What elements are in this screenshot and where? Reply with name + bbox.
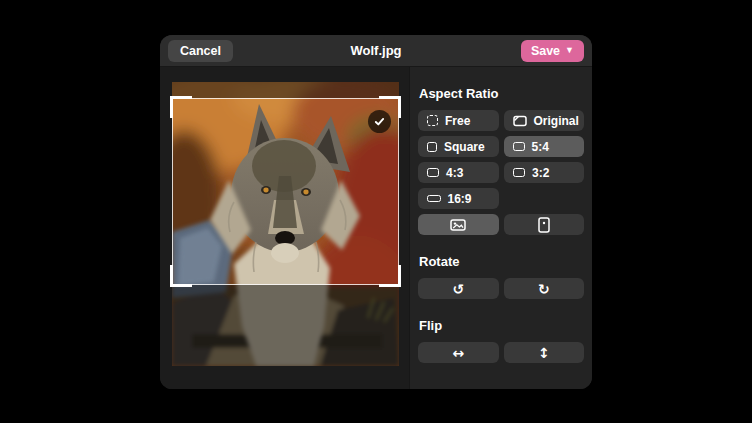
wolf-photo [172, 82, 399, 366]
crop-dim-top [172, 82, 399, 98]
aspect-ratio-section-label: Aspect Ratio [419, 86, 583, 101]
image-editor-window: Cancel Wolf.jpg Save ▼ [160, 35, 592, 389]
ratio-4-3-icon [427, 168, 439, 177]
rotate-section-label: Rotate [419, 254, 583, 269]
window-title: Wolf.jpg [350, 43, 401, 58]
aspect-4-3-button[interactable]: 4:3 [418, 162, 499, 183]
flip-section-label: Flip [419, 318, 583, 333]
rotate-buttons: ↺ ↻ [418, 278, 584, 299]
ratio-5-4-icon [513, 142, 525, 152]
aspect-4-3-label: 4:3 [446, 166, 463, 180]
crop-handle-top-left[interactable] [170, 96, 192, 118]
editor-content: Aspect Ratio Free Original Square [160, 67, 592, 389]
aspect-3-2-button[interactable]: 3:2 [504, 162, 585, 183]
crop-handle-bottom-left[interactable] [170, 265, 192, 287]
aspect-16-9-label: 16:9 [448, 192, 472, 206]
flip-buttons: ↔ ↕ [418, 342, 584, 363]
portrait-orientation-icon [538, 217, 550, 233]
ratio-3-2-icon [513, 168, 526, 177]
ratio-16-9-icon [427, 195, 441, 203]
aspect-16-9-button[interactable]: 16:9 [418, 188, 499, 209]
original-ratio-icon [513, 115, 527, 127]
flip-vertical-icon: ↕ [538, 346, 550, 360]
aspect-square-label: Square [444, 140, 485, 154]
orientation-portrait-button[interactable] [504, 214, 585, 235]
orientation-toggle [418, 214, 584, 235]
crop-canvas [160, 67, 410, 389]
aspect-original-button[interactable]: Original [504, 110, 585, 131]
save-button-label: Save [531, 44, 560, 58]
aspect-5-4-button[interactable]: 5:4 [504, 136, 585, 157]
aspect-ratio-options: Free Original Square 5:4 [418, 110, 584, 209]
landscape-orientation-icon [450, 219, 466, 231]
cancel-button[interactable]: Cancel [168, 40, 233, 62]
flip-horizontal-button[interactable]: ↔ [418, 342, 499, 363]
rotate-clockwise-button[interactable]: ↻ [504, 278, 585, 299]
chevron-down-icon: ▼ [565, 46, 574, 55]
check-icon [374, 116, 385, 127]
aspect-5-4-label: 5:4 [532, 140, 549, 154]
rotate-counterclockwise-button[interactable]: ↺ [418, 278, 499, 299]
aspect-3-2-label: 3:2 [532, 166, 549, 180]
edit-sidebar: Aspect Ratio Free Original Square [410, 67, 592, 389]
rotate-clockwise-icon: ↻ [538, 282, 550, 296]
aspect-free-button[interactable]: Free [418, 110, 499, 131]
crop-region[interactable] [172, 98, 399, 285]
save-button[interactable]: Save ▼ [521, 40, 584, 62]
aspect-original-label: Original [534, 114, 579, 128]
free-ratio-icon [427, 115, 438, 126]
crop-dim-bottom [172, 285, 399, 366]
aspect-free-label: Free [445, 114, 470, 128]
flip-horizontal-icon: ↔ [452, 346, 464, 360]
orientation-landscape-button[interactable] [418, 214, 499, 235]
crop-handle-bottom-right[interactable] [379, 265, 401, 287]
grid-spacer [504, 188, 585, 209]
aspect-square-button[interactable]: Square [418, 136, 499, 157]
rotate-counterclockwise-icon: ↺ [452, 282, 464, 296]
flip-vertical-button[interactable]: ↕ [504, 342, 585, 363]
square-ratio-icon [427, 142, 437, 152]
apply-crop-button[interactable] [368, 110, 391, 133]
header-bar: Cancel Wolf.jpg Save ▼ [160, 35, 592, 67]
